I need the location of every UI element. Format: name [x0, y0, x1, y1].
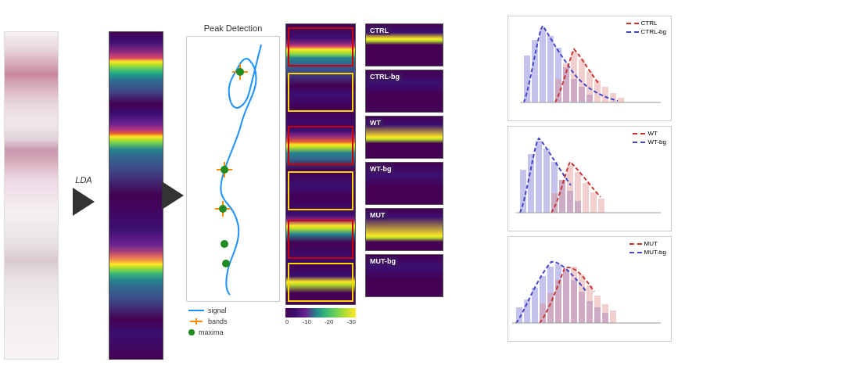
hist-mut-blue-line — [629, 252, 642, 253]
svg-rect-54 — [579, 274, 585, 323]
panel-original-gel — [4, 31, 59, 360]
sep-label-mut-bg: MUT-bg — [368, 256, 398, 266]
rect-mut-red — [288, 220, 353, 259]
sep-mut-bg: MUT-bg — [365, 254, 506, 297]
svg-rect-23 — [536, 141, 542, 213]
panel-lda-gel — [109, 31, 163, 360]
svg-rect-18 — [610, 93, 616, 102]
sep-image-mut-bg: MUT-bg — [365, 254, 443, 297]
maxima-dot1 — [236, 68, 244, 76]
svg-rect-56 — [594, 296, 601, 323]
hist-wt-legend-item2: WT-bg — [633, 138, 666, 145]
signal-line-icon — [188, 310, 204, 311]
hist-mut-red-line — [629, 243, 642, 245]
hist-wt-red-line — [633, 133, 645, 135]
svg-rect-17 — [602, 87, 608, 102]
hist-mut-legend-item2: MUT-bg — [629, 249, 666, 256]
svg-rect-55 — [586, 285, 593, 323]
sep-label-ctrl: CTRL — [368, 26, 391, 35]
signal-label: signal — [208, 307, 227, 314]
svg-rect-32 — [575, 172, 581, 213]
maxima-dot-icon — [188, 329, 195, 335]
rect-wt-bg-yellow — [288, 171, 353, 210]
sep-image-mut: MUT — [365, 208, 443, 251]
maxima-dot2 — [221, 166, 228, 174]
sep-image-ctrl: CTRL — [365, 23, 443, 66]
sep-ctrl: CTRL — [365, 23, 506, 66]
hist-mut-legend-item1: MUT — [629, 240, 666, 247]
hist-wt-label2: WT-bg — [647, 138, 666, 145]
svg-rect-19 — [618, 98, 624, 102]
sep-wt-bg: WT-bg — [365, 162, 506, 205]
svg-rect-24 — [543, 149, 550, 213]
svg-rect-52 — [563, 270, 569, 323]
svg-rect-21 — [520, 170, 526, 213]
colorbar-container: 0 -10 -20 -30 — [285, 308, 356, 325]
legend-signal: signal — [188, 307, 228, 314]
svg-rect-2 — [524, 56, 530, 102]
peak-chart-svg — [187, 37, 280, 302]
svg-rect-38 — [524, 300, 530, 323]
hist-ctrl: CTRL CTRL-bg — [508, 16, 672, 121]
svg-rect-4 — [540, 28, 546, 102]
maxima-dot5 — [222, 260, 230, 267]
rect-ctrl-bg-yellow — [288, 73, 353, 112]
sep-image-wt-bg: WT-bg — [365, 162, 443, 205]
sep-label-wt-bg: WT-bg — [368, 164, 394, 174]
bands-icon — [188, 317, 204, 326]
hist-ctrl-blue-line — [626, 31, 639, 33]
svg-rect-3 — [532, 40, 538, 102]
arrow2 — [162, 181, 184, 210]
colorbar-val-2: -20 — [325, 318, 334, 325]
peak-chart — [186, 36, 280, 302]
svg-rect-34 — [590, 192, 597, 213]
svg-rect-30 — [559, 180, 565, 213]
hist-wt-legend: WT WT-bg — [633, 130, 666, 145]
colorbar — [285, 308, 356, 317]
rect-ctrl-red — [288, 27, 353, 66]
strip-main-image — [285, 23, 356, 305]
svg-rect-5 — [547, 36, 554, 102]
svg-rect-58 — [610, 310, 616, 323]
colorbar-val-0: 0 — [285, 318, 289, 325]
hist-ctrl-red-line — [626, 23, 639, 24]
svg-rect-49 — [540, 303, 546, 323]
arrow2-container — [165, 31, 181, 360]
lda-arrow-container: LDA — [60, 31, 107, 360]
sep-label-mut: MUT — [368, 210, 388, 220]
hist-wt-blue-line — [633, 142, 645, 143]
hist-ctrl-legend: CTRL CTRL-bg — [626, 20, 666, 35]
peak-detection-title: Peak Detection — [204, 23, 263, 33]
hist-wt-label1: WT — [647, 130, 657, 137]
svg-rect-15 — [586, 71, 593, 102]
sep-label-wt: WT — [368, 118, 383, 127]
rect-mut-bg-yellow — [288, 263, 353, 302]
sep-label-ctrl-bg: CTRL-bg — [368, 72, 402, 81]
svg-rect-35 — [598, 199, 604, 213]
hist-wt: WT WT-bg — [508, 126, 672, 231]
rect-wt-red — [288, 126, 353, 165]
svg-rect-33 — [583, 183, 589, 213]
lda-arrow — [73, 188, 95, 216]
legend-bands: bands — [188, 317, 228, 326]
panel-histograms: CTRL CTRL-bg — [508, 16, 680, 375]
svg-rect-31 — [567, 166, 573, 213]
peak-legend: signal bands maxima — [182, 307, 228, 336]
sep-wt: WT — [365, 116, 506, 159]
strip-wrapper: 0 -10 -20 -30 — [285, 23, 364, 368]
svg-rect-12 — [563, 63, 569, 102]
colorbar-val-1: -10 — [302, 318, 311, 325]
sep-ctrl-bg: CTRL-bg — [365, 70, 506, 113]
svg-rect-22 — [528, 154, 534, 213]
hist-mut-legend: MUT MUT-bg — [629, 240, 666, 256]
sep-mut: MUT — [365, 208, 506, 251]
hist-mut-label1: MUT — [644, 240, 658, 247]
hist-mut-label2: MUT-bg — [644, 249, 666, 256]
maxima-dot4 — [221, 240, 228, 248]
sep-image-wt: WT — [365, 116, 443, 159]
hist-mut: MUT MUT-bg — [508, 236, 672, 342]
sep-image-ctrl-bg: CTRL-bg — [365, 70, 443, 113]
colorbar-labels: 0 -10 -20 -30 — [285, 318, 356, 325]
main-container: LDA Peak Detection — [0, 0, 868, 391]
lda-label: LDA — [75, 175, 91, 185]
